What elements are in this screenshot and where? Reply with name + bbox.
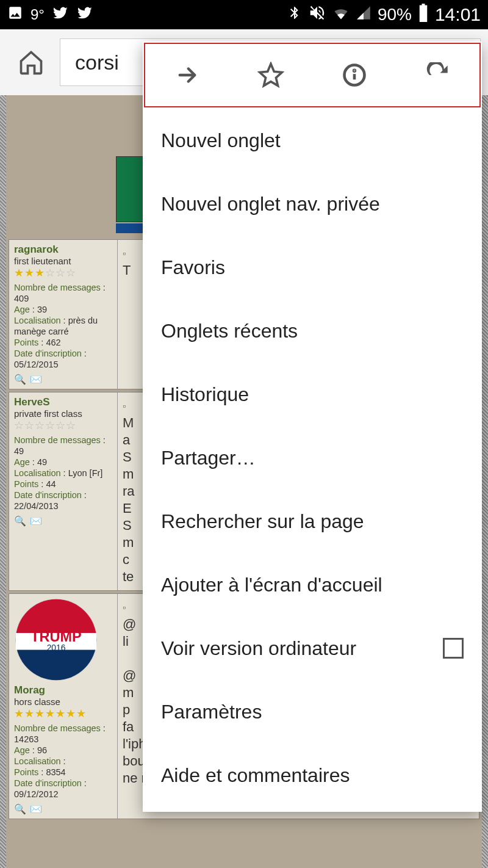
image-icon <box>7 5 23 25</box>
field-label: Age <box>14 457 30 467</box>
menu-item-label: Paramètres <box>161 701 262 723</box>
avatar-year: 2016 <box>47 643 66 653</box>
field-label: Nombre de messages <box>14 283 101 292</box>
field-label: Date d'inscription <box>14 490 82 500</box>
search-icon[interactable]: 🔍 <box>14 803 26 815</box>
android-status-bar: 9° 90% 14:01 <box>0 0 488 29</box>
temperature: 9° <box>30 6 45 23</box>
menu-item-add-to-homescreen[interactable]: Ajouter à l'écran d'accueil <box>143 553 482 617</box>
username[interactable]: Morag <box>14 684 112 696</box>
avatar: TRUMP 2016 <box>14 598 98 682</box>
menu-item-label: Nouvel onglet <box>161 129 281 152</box>
user-rank: first lieutenant <box>14 256 112 266</box>
home-button[interactable] <box>7 38 55 86</box>
menu-item-desktop-site[interactable]: Voir version ordinateur <box>143 617 482 680</box>
menu-item-find-in-page[interactable]: Rechercher sur la page <box>143 490 482 553</box>
bookmark-star-button[interactable] <box>253 57 289 93</box>
field-value: 49 <box>14 446 24 456</box>
info-button[interactable] <box>336 57 373 93</box>
menu-item-recent-tabs[interactable]: Onglets récents <box>143 299 482 363</box>
vibrate-mute-icon <box>308 4 326 26</box>
menu-item-label: Aide et commentaires <box>161 764 350 787</box>
bluetooth-icon <box>287 5 302 24</box>
menu-item-history[interactable]: Historique <box>143 363 482 426</box>
menu-item-new-tab[interactable]: Nouvel onglet <box>143 109 482 172</box>
user-rank: private first class <box>14 408 112 419</box>
menu-item-bookmarks[interactable]: Favoris <box>143 236 482 299</box>
twitter-icon <box>52 4 69 26</box>
menu-item-settings[interactable]: Paramètres <box>143 680 482 743</box>
field-label: Points <box>14 767 38 777</box>
field-value: 409 <box>14 294 29 303</box>
user-rank: hors classe <box>14 696 112 707</box>
avatar-text: TRUMP <box>30 629 81 645</box>
desktop-site-checkbox[interactable] <box>443 638 464 659</box>
clock-time: 14:01 <box>435 4 481 25</box>
menu-item-label: Rechercher sur la page <box>161 510 364 533</box>
field-value: 8354 <box>46 767 65 777</box>
reload-button[interactable] <box>420 57 456 93</box>
rank-stars: ★★★☆☆☆ <box>14 267 112 278</box>
signal-icon <box>356 5 371 25</box>
field-label: Points <box>14 479 38 489</box>
field-label: Localisation <box>14 756 61 766</box>
mail-icon[interactable]: ✉️ <box>30 515 42 527</box>
menu-icon-row <box>144 43 481 107</box>
user-profile-column: HerveS private first class ☆☆☆☆☆☆ Nombre… <box>9 392 118 590</box>
username[interactable]: HerveS <box>14 396 112 408</box>
field-value: 462 <box>46 338 60 347</box>
user-profile-column: ragnarok first lieutenant ★★★☆☆☆ Nombre … <box>9 240 118 389</box>
field-label: Date d'inscription <box>14 778 82 788</box>
battery-percent: 90% <box>378 5 412 24</box>
field-value: 96 <box>37 745 47 755</box>
menu-item-label: Voir version ordinateur <box>161 637 356 660</box>
field-value: 22/04/2013 <box>14 501 59 511</box>
menu-item-label: Nouvel onglet nav. privée <box>161 193 380 215</box>
field-value: 39 <box>37 305 47 314</box>
rank-stars: ★★★★★★★ <box>14 708 112 719</box>
field-label: Nombre de messages <box>14 723 101 733</box>
field-label: Age <box>14 745 30 755</box>
field-label: Age <box>14 305 30 314</box>
forward-button[interactable] <box>169 57 206 93</box>
user-profile-column: TRUMP 2016 Morag hors classe ★★★★★★★ Nom… <box>9 594 118 819</box>
field-value: 05/12/2015 <box>14 360 59 369</box>
field-label: Localisation <box>14 468 61 478</box>
mail-icon[interactable]: ✉️ <box>30 374 42 385</box>
field-value: 09/12/2012 <box>14 789 59 799</box>
twitter-icon <box>76 4 93 26</box>
page-decoration <box>0 95 6 868</box>
field-value: 44 <box>46 479 56 489</box>
wifi-icon <box>332 4 350 26</box>
menu-item-label: Onglets récents <box>161 320 298 342</box>
menu-item-label: Favoris <box>161 256 225 279</box>
search-icon[interactable]: 🔍 <box>14 374 26 385</box>
page-decoration <box>482 95 488 868</box>
field-value: 14263 <box>14 734 38 744</box>
rank-stars: ☆☆☆☆☆☆ <box>14 420 112 431</box>
field-value: Lyon [Fr] <box>68 468 103 478</box>
field-label: Localisation <box>14 316 61 325</box>
menu-item-new-incognito-tab[interactable]: Nouvel onglet nav. privée <box>143 172 482 236</box>
username[interactable]: ragnarok <box>14 244 112 256</box>
battery-icon <box>418 4 429 26</box>
browser-overflow-menu: Nouvel onglet Nouvel onglet nav. privée … <box>143 42 482 812</box>
menu-item-label: Historique <box>161 383 249 406</box>
menu-item-share[interactable]: Partager… <box>143 426 482 490</box>
menu-item-label: Ajouter à l'écran d'accueil <box>161 574 382 596</box>
menu-item-label: Partager… <box>161 447 256 469</box>
mail-icon[interactable]: ✉️ <box>30 803 42 815</box>
menu-item-help-feedback[interactable]: Aide et commentaires <box>143 743 482 807</box>
url-text: corsi <box>75 51 119 74</box>
search-icon[interactable]: 🔍 <box>14 515 26 527</box>
field-value: 49 <box>37 457 47 467</box>
svg-point-4 <box>354 70 355 71</box>
field-label: Points <box>14 338 38 347</box>
field-label: Date d'inscription <box>14 349 82 358</box>
field-label: Nombre de messages <box>14 435 101 445</box>
